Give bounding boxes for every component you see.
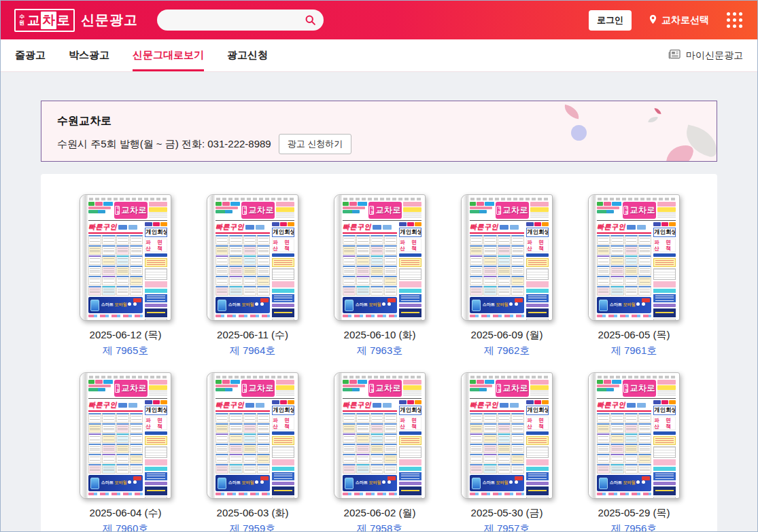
nav-tab[interactable]: 광고신청 [227, 39, 268, 71]
my-newspaper-link[interactable]: 마이신문광고 [668, 39, 743, 71]
newspaper-thumbnail[interactable]: 수원 교차로 빠른구인 스마트 모바일 [588, 194, 680, 321]
paper-ad-cell [371, 464, 383, 474]
issue-number-link[interactable]: 제 7962호 [461, 344, 553, 357]
paper-ad-cell [257, 464, 270, 474]
paper-ad-cell [498, 433, 511, 443]
paper-ad-cell [88, 245, 101, 255]
newspaper-thumbnail[interactable]: 수원 교차로 빠른구인 스마트 모바일 [334, 194, 426, 321]
paper-ad-cell [216, 255, 228, 265]
paper-side-title: 개인회생 [145, 406, 167, 415]
paper-ad-cell [356, 266, 369, 275]
newspaper-front-page-art: 수원 교차로 빠른구인 스마트 모바일 [588, 194, 680, 321]
paper-ad-cell [343, 286, 356, 296]
paper-ad-cell [384, 444, 397, 453]
issue-date: 2025-06-05 (목) [588, 329, 680, 342]
paper-ad-cell [597, 433, 610, 443]
paper-ad-cell [610, 454, 623, 463]
paper-ad-cell [356, 423, 369, 433]
issue-number-link[interactable]: 제 7957호 [461, 522, 553, 532]
nav-tab[interactable]: 신문그대로보기 [133, 39, 204, 71]
paper-ad-cell [229, 413, 242, 423]
issue-number-link[interactable]: 제 7959호 [207, 522, 298, 532]
paper-ad-cell [102, 266, 115, 275]
kyocharo-logo-box: 수원 교차로 [14, 9, 75, 32]
issue-number-link[interactable]: 제 7956호 [588, 522, 680, 532]
paper-ad-cell [371, 286, 383, 296]
paper-ad-cell [257, 255, 270, 265]
paper-masthead-logo: 수원 교차로 [114, 202, 148, 219]
paper-ad-cell [610, 266, 623, 275]
paper-ad-cell [371, 266, 383, 275]
paper-ad-cell [610, 413, 623, 423]
newspaper-thumbnail[interactable]: 수원 교차로 빠른구인 스마트 모바일 [207, 194, 298, 321]
paper-ad-cell [498, 286, 511, 296]
paper-ad-cell [116, 286, 129, 296]
issue-date: 2025-05-30 (금) [461, 507, 553, 520]
issue-number-link[interactable]: 제 7958호 [334, 522, 426, 532]
newspaper-thumbnail[interactable]: 수원 교차로 빠른구인 스마트 모바일 [207, 372, 298, 499]
logo-char-3: 로 [57, 12, 70, 29]
issue-number-link[interactable]: 제 7963호 [334, 344, 426, 357]
paper-ad-cell [229, 245, 242, 255]
issue-number-link[interactable]: 제 7961호 [588, 344, 680, 357]
newspaper-thumbnail[interactable]: 수원 교차로 빠른구인 스마트 모바일 [80, 194, 171, 321]
region-select-label: 교차로선택 [661, 14, 709, 26]
paper-ad-cell [597, 266, 610, 275]
issue-date: 2025-06-02 (월) [334, 507, 426, 520]
search-icon[interactable] [305, 14, 316, 26]
paper-ad-cell [257, 266, 270, 275]
paper-ad-cell [229, 433, 242, 443]
paper-side-subtitle: 파산면책 [399, 416, 421, 430]
paper-ad-cell [470, 464, 483, 474]
paper-ad-grid [343, 235, 397, 296]
paper-ad-cell [625, 423, 638, 433]
paper-ad-cell [356, 454, 369, 463]
newspaper-card: 수원 교차로 빠른구인 스마트 모바일 [461, 372, 553, 532]
paper-ad-cell [102, 276, 115, 285]
newspaper-thumbnail[interactable]: 수원 교차로 빠른구인 스마트 모바일 [461, 372, 553, 499]
paper-ad-cell [597, 235, 610, 245]
paper-side-subtitle: 파산면책 [526, 238, 549, 252]
paper-ad-cell [343, 464, 356, 474]
region-select[interactable]: 교차로선택 [648, 14, 709, 26]
issue-number-link[interactable]: 제 7964호 [207, 344, 298, 357]
ad-apply-button[interactable]: 광고 신청하기 [279, 134, 352, 154]
paper-ad-cell [470, 255, 483, 265]
login-button[interactable]: 로그인 [589, 10, 632, 31]
paper-ad-cell [343, 276, 356, 285]
newspaper-card: 수원 교차로 빠른구인 스마트 모바일 [80, 194, 171, 357]
paper-ad-cell [625, 235, 638, 245]
issue-number-link[interactable]: 제 7965호 [80, 344, 171, 357]
paper-ad-cell [356, 286, 369, 296]
paper-ad-cell [130, 464, 143, 474]
paper-ad-cell [216, 413, 228, 423]
nav-tab[interactable]: 줄광고 [15, 39, 46, 71]
paper-side-subtitle: 파산면책 [272, 238, 294, 252]
paper-ad-cell [625, 276, 638, 285]
paper-ad-cell [356, 245, 369, 255]
paper-ad-cell [116, 255, 129, 265]
paper-ad-cell [384, 454, 397, 463]
newspaper-thumbnail[interactable]: 수원 교차로 빠른구인 스마트 모바일 [80, 372, 171, 499]
search-input[interactable] [157, 10, 324, 31]
paper-ad-cell [88, 444, 101, 453]
issue-number-link[interactable]: 제 7960호 [80, 522, 171, 532]
paper-ad-cell [483, 245, 496, 255]
paper-ad-cell [343, 454, 356, 463]
newspaper-thumbnail[interactable]: 수원 교차로 빠른구인 스마트 모바일 [334, 372, 426, 499]
paper-ad-cell [216, 444, 228, 453]
paper-ad-cell [88, 423, 101, 433]
paper-ad-cell [356, 276, 369, 285]
newspaper-thumbnail[interactable]: 수원 교차로 빠른구인 스마트 모바일 [461, 194, 553, 321]
paper-ad-cell [116, 433, 129, 443]
apps-grid-icon[interactable] [725, 11, 744, 29]
newspaper-thumbnail[interactable]: 수원 교차로 빠른구인 스마트 모바일 [588, 372, 680, 499]
paper-ad-cell [116, 413, 129, 423]
site-logo[interactable]: 수원 교차로 신문광고 [14, 9, 138, 32]
paper-ad-cell [483, 286, 496, 296]
issues-grid: 수원 교차로 빠른구인 스마트 모바일 [80, 194, 678, 532]
paper-ad-cell [257, 423, 270, 433]
paper-ad-cell [498, 444, 511, 453]
paper-ad-cell [130, 255, 143, 265]
nav-tab[interactable]: 박스광고 [69, 39, 109, 71]
